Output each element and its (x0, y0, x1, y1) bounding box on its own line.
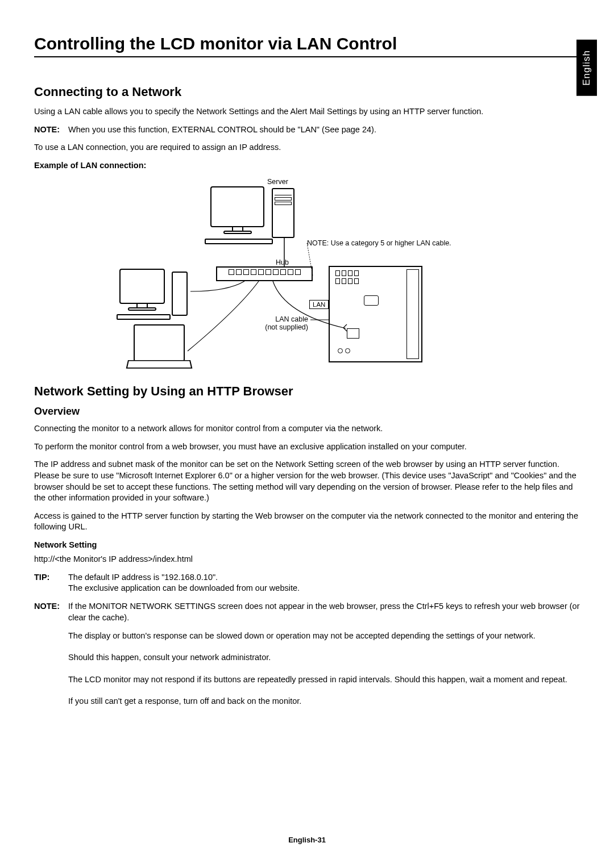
example-label: Example of LAN connection: (34, 160, 580, 172)
note-continuation: The display or button's response can be … (68, 630, 580, 707)
section-network-http: Network Setting by Using an HTTP Browser (34, 384, 580, 399)
tip-row: TIP: The default IP address is "192.168.… (34, 572, 580, 594)
diagram-wires (34, 178, 580, 374)
network-setting-url: http://<the Monitor's IP address>/index.… (34, 554, 580, 565)
para-overview-4: Access is gained to the HTTP server func… (34, 511, 580, 533)
network-setting-label: Network Setting (34, 540, 580, 551)
note-external-control: NOTE: When you use this function, EXTERN… (34, 124, 580, 136)
para-restart: If you still can't get a response, turn … (68, 695, 580, 707)
note2-text: If the MONITOR NETWORK SETTINGS screen d… (68, 601, 580, 623)
para-repeat: The LCD monitor may not respond if its b… (68, 674, 580, 685)
para-slow: The display or button's response can be … (68, 630, 580, 641)
para-overview-2: To perform the monitor control from a we… (34, 441, 580, 453)
language-tab: English (576, 40, 597, 96)
note2-row: NOTE: If the MONITOR NETWORK SETTINGS sc… (34, 601, 580, 623)
page-number: English-31 (0, 836, 614, 844)
para-lan-cable: Using a LAN cable allows you to specify … (34, 106, 580, 118)
note2-label: NOTE: (34, 601, 64, 623)
tip-label: TIP: (34, 572, 64, 594)
para-overview-1: Connecting the monitor to a network allo… (34, 423, 580, 435)
para-ip-required: To use a LAN connection, you are require… (34, 142, 580, 153)
note-label: NOTE: (34, 124, 64, 136)
subsection-overview: Overview (34, 406, 580, 418)
tip-text: The default IP address is "192.168.0.10"… (68, 572, 580, 594)
para-overview-3: The IP address and subnet mask of the mo… (34, 459, 580, 503)
section-connecting: Connecting to a Network (34, 85, 580, 99)
lan-diagram: Server NOTE: Use a category 5 or higher … (34, 178, 580, 374)
para-admin: Should this happen, consult your network… (68, 652, 580, 663)
page-content: Controlling the LCD monitor via LAN Cont… (0, 0, 614, 740)
page-title: Controlling the LCD monitor via LAN Cont… (34, 34, 580, 57)
note-text: When you use this function, EXTERNAL CON… (68, 124, 580, 136)
